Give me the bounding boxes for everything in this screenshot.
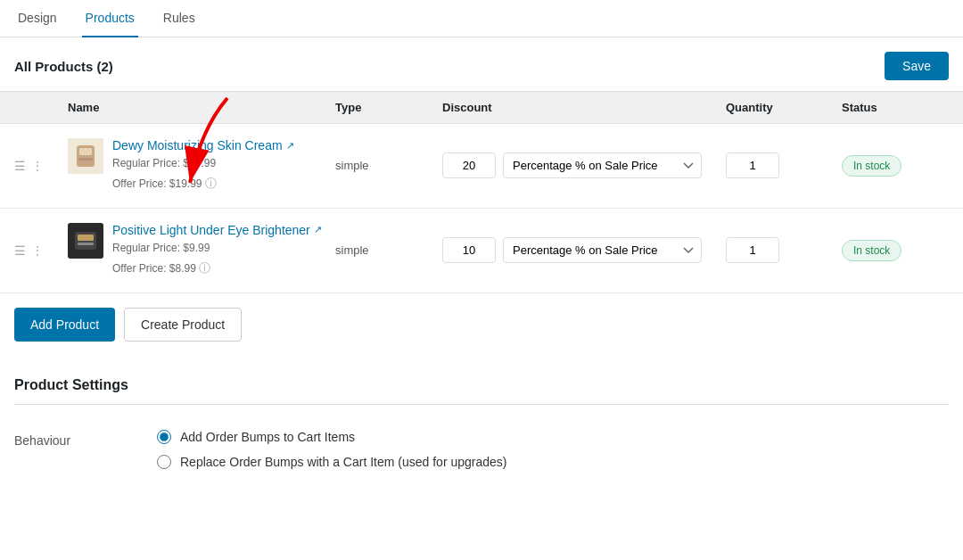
col-discount: Discount <box>442 101 726 114</box>
product-1-link[interactable]: Dewy Moisturizing Skin Cream ↗ <box>112 138 294 152</box>
row-2-name-cell: Positive Light Under Eye Brightener ↗ Re… <box>68 223 335 278</box>
radio-add-to-cart[interactable]: Add Order Bumps to Cart Items <box>157 430 507 444</box>
row-1-controls: ☰ ⋮ <box>14 159 68 173</box>
row-1-name-cell: Dewy Moisturizing Skin Cream ↗ Regular P… <box>68 138 335 194</box>
row-1-quantity-input[interactable] <box>726 152 779 178</box>
product-2-thumbnail <box>68 223 103 259</box>
more-options-icon[interactable]: ⋮ <box>31 243 44 258</box>
table-header: Name Type Discount Quantity Status <box>0 91 963 124</box>
external-link-icon: ↗ <box>314 224 322 235</box>
product-2-offer-price: Offer Price: $8.99 ⓘ <box>112 259 322 278</box>
drag-icon[interactable]: ☰ <box>14 243 26 258</box>
tab-rules[interactable]: Rules <box>160 0 199 37</box>
create-product-button[interactable]: Create Product <box>124 308 242 342</box>
offer-price-info-icon[interactable]: ⓘ <box>205 177 217 190</box>
col-quantity: Quantity <box>726 101 842 114</box>
settings-title: Product Settings <box>14 377 949 393</box>
action-buttons: Add Product Create Product <box>0 293 963 356</box>
radio-add-to-cart-label: Add Order Bumps to Cart Items <box>180 430 355 444</box>
behaviour-setting-row: Behaviour Add Order Bumps to Cart Items … <box>14 423 949 476</box>
row-1-status-badge: In stock <box>842 155 901 177</box>
table-row: ☰ ⋮ Positive Light Under Eye Brightener … <box>0 209 963 293</box>
row-2-discount: Percentage % on Sale Price Percentage % … <box>442 237 726 263</box>
radio-replace-label: Replace Order Bumps with a Cart Item (us… <box>180 455 507 469</box>
tabs-bar: Design Products Rules <box>0 0 963 37</box>
row-1-discount: Percentage % on Sale Price Percentage % … <box>442 152 726 178</box>
radio-replace[interactable]: Replace Order Bumps with a Cart Item (us… <box>157 455 507 469</box>
radio-replace-input[interactable] <box>157 455 171 469</box>
behaviour-label: Behaviour <box>14 430 121 448</box>
product-2-link[interactable]: Positive Light Under Eye Brightener ↗ <box>112 223 322 237</box>
offer-price-info-icon-2[interactable]: ⓘ <box>199 261 210 275</box>
drag-icon[interactable]: ☰ <box>14 159 26 173</box>
svg-rect-6 <box>78 235 94 241</box>
row-1-discount-type[interactable]: Percentage % on Sale Price Percentage % … <box>503 152 702 178</box>
product-2-regular-price: Regular Price: $9.99 <box>112 240 322 257</box>
row-1-status-cell: In stock <box>842 155 949 177</box>
add-product-button[interactable]: Add Product <box>14 308 115 342</box>
svg-rect-3 <box>78 158 93 161</box>
row-1-discount-input[interactable] <box>442 152 496 178</box>
row-1-type: simple <box>335 159 442 172</box>
product-2-info: Positive Light Under Eye Brightener ↗ Re… <box>112 223 322 278</box>
row-2-discount-input[interactable] <box>442 237 496 263</box>
col-status: Status <box>842 101 949 114</box>
row-2-status-badge: In stock <box>842 240 901 261</box>
more-options-icon[interactable]: ⋮ <box>31 159 44 173</box>
product-settings-section: Product Settings Behaviour Add Order Bum… <box>0 356 963 498</box>
page-title: All Products (2) <box>14 59 113 74</box>
save-button[interactable]: Save <box>885 52 949 80</box>
product-thumbnail <box>68 138 103 174</box>
row-1-quantity-cell <box>726 152 842 178</box>
row-2-type: simple <box>335 243 442 257</box>
row-2-status-cell: In stock <box>842 240 949 261</box>
header-row: All Products (2) Save <box>0 37 963 91</box>
col-name: Name <box>68 101 335 114</box>
table-row: ☰ ⋮ Dewy Moisturizing Skin Cream ↗ Regul <box>0 124 963 209</box>
row-2-controls: ☰ ⋮ <box>14 243 68 258</box>
tab-products[interactable]: Products <box>82 0 138 37</box>
external-link-icon: ↗ <box>286 140 294 152</box>
product-1-offer-price: Offer Price: $19.99 ⓘ <box>112 175 294 194</box>
col-type: Type <box>335 101 442 114</box>
row-2-quantity-cell <box>726 237 842 263</box>
product-1-regular-price: Regular Price: $24.99 <box>112 155 294 172</box>
settings-divider <box>14 404 949 405</box>
radio-add-to-cart-input[interactable] <box>157 430 171 444</box>
row-2-quantity-input[interactable] <box>726 237 779 263</box>
product-1-info: Dewy Moisturizing Skin Cream ↗ Regular P… <box>112 138 294 194</box>
svg-rect-2 <box>79 148 92 155</box>
row-2-discount-type[interactable]: Percentage % on Sale Price Percentage % … <box>503 237 702 263</box>
tab-design[interactable]: Design <box>14 0 61 37</box>
svg-rect-7 <box>78 243 94 245</box>
behaviour-radio-group: Add Order Bumps to Cart Items Replace Or… <box>157 430 507 469</box>
